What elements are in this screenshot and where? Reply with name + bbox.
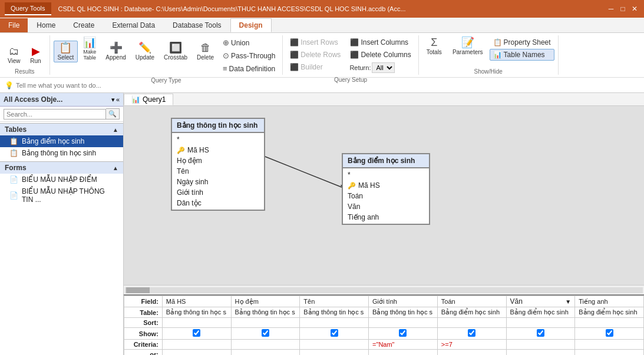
grid-table-6[interactable]: Bảng điểm học sinh: [506, 307, 575, 318]
builder-icon: ⬛: [290, 63, 299, 71]
sidebar-item-bieu-mau-diem[interactable]: 📄 BIỂU MẪU NHẬP ĐIỂM: [0, 174, 123, 185]
view-icon: 🗂: [9, 46, 19, 57]
sidebar-collapse-btn[interactable]: «: [116, 96, 120, 104]
grid-criteria-2[interactable]: [231, 340, 300, 350]
grid-or-4[interactable]: [369, 350, 438, 356]
show-checkbox-2[interactable]: [262, 329, 269, 337]
sidebar-search-btn[interactable]: 🔍: [106, 108, 120, 120]
show-checkbox-5[interactable]: [468, 329, 475, 337]
grid-or-3[interactable]: [300, 350, 369, 356]
table-box-diem[interactable]: Bảng điểm học sinh * 🔑Mã HS Toán Văn Tiế…: [342, 153, 430, 225]
tab-file[interactable]: File: [0, 18, 28, 32]
grid-field-3[interactable]: Tên: [300, 296, 369, 307]
append-button[interactable]: ➕ Append: [101, 41, 130, 62]
sidebar-item-bieu-mau-thongtin[interactable]: 📄 BIỂU MẪU NHẬP THÔNG TIN ...: [0, 185, 123, 205]
show-checkbox-6[interactable]: [537, 329, 544, 337]
grid-show-1[interactable]: [162, 328, 231, 340]
grid-sort-1[interactable]: [162, 318, 231, 328]
grid-criteria-6[interactable]: [506, 340, 575, 350]
grid-field-4[interactable]: Giới tính: [369, 296, 438, 307]
grid-table-3[interactable]: Bảng thông tin học s: [300, 307, 369, 318]
sidebar-item-bang-thongtin[interactable]: 📋 Bảng thông tin học sinh: [0, 147, 123, 159]
totals-button[interactable]: Σ Totals: [422, 35, 446, 57]
insert-rows-icon: ⬛: [290, 38, 299, 47]
forms-section: Forms ▲ 📄 BIỂU MẪU NHẬP ĐIỂM 📄 BIỂU MẪU …: [0, 160, 123, 207]
table-box-thongtin[interactable]: Bảng thông tin học sinh * 🔑Mã HS Họ đệm …: [171, 118, 265, 211]
grid-criteria-4[interactable]: ="Nam": [369, 340, 438, 350]
builder-button[interactable]: ⬛ Builder: [286, 61, 344, 73]
delete-rows-button[interactable]: ⬛ Delete Rows: [286, 49, 344, 61]
close-btn[interactable]: ✕: [630, 4, 639, 14]
grid-sort-4[interactable]: [369, 318, 438, 328]
forms-section-header[interactable]: Forms ▲: [0, 161, 123, 174]
minimize-btn[interactable]: ─: [606, 4, 616, 14]
tab-database-tools[interactable]: Database Tools: [164, 18, 230, 32]
grid-field-6[interactable]: Văn ▼: [506, 296, 575, 307]
show-checkbox-4[interactable]: [399, 329, 407, 337]
grid-table-7[interactable]: Bảng điểm học sinh: [575, 307, 644, 318]
grid-or-5[interactable]: [437, 350, 506, 356]
select-button[interactable]: 📋 Select: [54, 41, 78, 62]
grid-criteria-1[interactable]: [162, 340, 231, 350]
grid-show-7[interactable]: [575, 328, 644, 340]
horizontal-scrollbar[interactable]: [124, 285, 644, 294]
show-checkbox-3[interactable]: [331, 329, 338, 337]
grid-field-7[interactable]: Tiếng anh: [575, 296, 644, 307]
grid-criteria-3[interactable]: [300, 340, 369, 350]
grid-or-2[interactable]: [231, 350, 300, 356]
crosstab-button[interactable]: 🔲 Crosstab: [160, 41, 191, 62]
grid-show-3[interactable]: [300, 328, 369, 340]
tab-external-data[interactable]: External Data: [103, 18, 164, 32]
insert-rows-button[interactable]: ⬛ Insert Rows: [286, 37, 344, 48]
grid-sort-6[interactable]: [506, 318, 575, 328]
tab-create[interactable]: Create: [64, 18, 103, 32]
sidebar-menu-btn[interactable]: ▾: [111, 96, 115, 104]
maximize-btn[interactable]: □: [618, 4, 628, 14]
grid-show-6[interactable]: [506, 328, 575, 340]
sidebar-item-bang-diem[interactable]: 📋 Bảng điểm học sinh: [0, 135, 123, 147]
grid-sort-7[interactable]: [575, 318, 644, 328]
sidebar-search-input[interactable]: [4, 109, 106, 120]
grid-table-5[interactable]: Bảng điểm học sinh: [437, 307, 506, 318]
grid-sort-3[interactable]: [300, 318, 369, 328]
show-checkbox-7[interactable]: [606, 329, 613, 337]
return-select[interactable]: All 5 25: [372, 62, 395, 73]
grid-sort-2[interactable]: [231, 318, 300, 328]
parameters-button[interactable]: 📝 Parameters: [448, 35, 487, 57]
grid-criteria-5[interactable]: >=7: [437, 340, 506, 350]
grid-or-6[interactable]: [506, 350, 575, 356]
update-label: Update: [136, 54, 154, 61]
grid-field-2[interactable]: Họ đệm: [231, 296, 300, 307]
grid-show-4[interactable]: [369, 328, 438, 340]
tab-design[interactable]: Design: [230, 18, 272, 32]
delete-columns-button[interactable]: ⬛ Delete Columns: [346, 49, 414, 61]
property-sheet-button[interactable]: 📋 Property Sheet: [490, 37, 554, 48]
tab-home[interactable]: Home: [28, 18, 64, 32]
grid-show-2[interactable]: [231, 328, 300, 340]
view-button[interactable]: 🗂 View: [4, 44, 25, 66]
data-definition-button[interactable]: ≡ Data Definition: [219, 62, 279, 75]
grid-or-1[interactable]: [162, 350, 231, 356]
make-table-button[interactable]: 📊 MakeTable: [79, 35, 100, 62]
grid-field-5[interactable]: Toán: [437, 296, 506, 307]
table-names-button[interactable]: 📊 Table Names: [490, 49, 554, 61]
show-checkbox-1[interactable]: [193, 329, 200, 337]
grid-sort-5[interactable]: [437, 318, 506, 328]
delete-button[interactable]: 🗑 Delete: [193, 41, 218, 62]
grid-or-7[interactable]: [575, 350, 644, 356]
grid-show-5[interactable]: [437, 328, 506, 340]
pass-through-button[interactable]: ⊙ Pass-Through: [219, 49, 279, 62]
grid-table-1[interactable]: Bảng thông tin học s: [162, 307, 231, 318]
run-button[interactable]: ▶ Run: [26, 44, 46, 66]
grid-field-1[interactable]: Mã HS: [162, 296, 231, 307]
query1-tab[interactable]: 📊 Query1: [124, 94, 173, 105]
tables-section-header[interactable]: Tables ▲: [0, 123, 123, 135]
van-dropdown-icon[interactable]: ▼: [565, 298, 571, 305]
tell-me-input[interactable]: [16, 82, 193, 89]
union-button[interactable]: ⊕ Union: [219, 37, 279, 49]
grid-criteria-7[interactable]: [575, 340, 644, 350]
grid-table-2[interactable]: Bảng thông tin học s: [231, 307, 300, 318]
update-button[interactable]: ✏️ Update: [131, 41, 158, 62]
grid-table-4[interactable]: Bảng thông tin học s: [369, 307, 438, 318]
insert-columns-button[interactable]: ⬛ Insert Columns: [346, 37, 414, 48]
